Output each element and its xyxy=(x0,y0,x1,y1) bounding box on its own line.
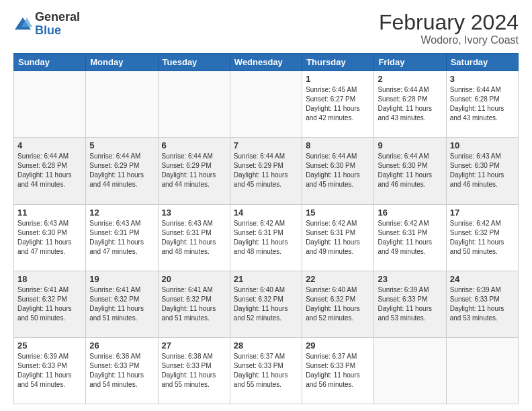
day-number: 15 xyxy=(306,208,370,218)
day-number: 21 xyxy=(234,274,298,284)
calendar-week-row: 4Sunrise: 6:44 AMSunset: 6:28 PMDaylight… xyxy=(14,138,519,204)
day-number: 6 xyxy=(162,140,226,150)
title-block: February 2024 Wodoro, Ivory Coast xyxy=(379,11,519,46)
calendar-cell: 23Sunrise: 6:39 AMSunset: 6:33 PMDayligh… xyxy=(374,271,446,337)
day-number: 9 xyxy=(378,140,442,150)
day-info: Sunrise: 6:41 AMSunset: 6:32 PMDaylight:… xyxy=(17,285,82,323)
day-info: Sunrise: 6:44 AMSunset: 6:29 PMDaylight:… xyxy=(89,152,154,189)
calendar-cell: 20Sunrise: 6:41 AMSunset: 6:32 PMDayligh… xyxy=(158,271,230,337)
day-number: 28 xyxy=(234,340,298,351)
calendar-cell: 27Sunrise: 6:38 AMSunset: 6:33 PMDayligh… xyxy=(158,337,230,404)
day-info: Sunrise: 6:40 AMSunset: 6:32 PMDaylight:… xyxy=(234,285,298,323)
day-header-thursday: Thursday xyxy=(302,54,374,71)
calendar-cell xyxy=(86,71,158,138)
calendar-cell: 3Sunrise: 6:44 AMSunset: 6:28 PMDaylight… xyxy=(446,71,518,138)
day-number: 1 xyxy=(306,74,370,84)
day-number: 17 xyxy=(450,208,515,218)
calendar-cell: 2Sunrise: 6:44 AMSunset: 6:28 PMDaylight… xyxy=(374,71,446,138)
day-info: Sunrise: 6:44 AMSunset: 6:29 PMDaylight:… xyxy=(162,152,226,189)
day-header-sunday: Sunday xyxy=(14,54,86,71)
day-info: Sunrise: 6:39 AMSunset: 6:33 PMDaylight:… xyxy=(378,285,442,323)
day-number: 11 xyxy=(17,208,82,218)
day-info: Sunrise: 6:42 AMSunset: 6:31 PMDaylight:… xyxy=(234,219,298,257)
day-header-saturday: Saturday xyxy=(446,54,518,71)
calendar-cell: 1Sunrise: 6:45 AMSunset: 6:27 PMDaylight… xyxy=(302,71,374,138)
calendar-cell xyxy=(14,71,86,138)
day-number: 8 xyxy=(306,140,370,150)
calendar-cell: 18Sunrise: 6:41 AMSunset: 6:32 PMDayligh… xyxy=(14,271,86,337)
calendar-cell: 24Sunrise: 6:39 AMSunset: 6:33 PMDayligh… xyxy=(446,271,518,337)
day-number: 16 xyxy=(378,208,442,218)
day-number: 25 xyxy=(17,340,82,351)
page: General Blue February 2024 Wodoro, Ivory… xyxy=(0,0,532,411)
day-info: Sunrise: 6:38 AMSunset: 6:33 PMDaylight:… xyxy=(89,352,154,390)
day-info: Sunrise: 6:45 AMSunset: 6:27 PMDaylight:… xyxy=(306,85,370,123)
day-info: Sunrise: 6:41 AMSunset: 6:32 PMDaylight:… xyxy=(89,285,154,323)
day-number: 18 xyxy=(17,274,82,284)
calendar-cell: 4Sunrise: 6:44 AMSunset: 6:28 PMDaylight… xyxy=(14,138,86,204)
logo-blue: Blue xyxy=(35,24,80,38)
day-number: 13 xyxy=(162,208,226,218)
day-number: 27 xyxy=(162,340,226,351)
calendar-cell: 21Sunrise: 6:40 AMSunset: 6:32 PMDayligh… xyxy=(230,271,302,337)
calendar-week-row: 25Sunrise: 6:39 AMSunset: 6:33 PMDayligh… xyxy=(14,337,519,404)
day-header-tuesday: Tuesday xyxy=(158,54,230,71)
day-info: Sunrise: 6:44 AMSunset: 6:30 PMDaylight:… xyxy=(378,152,442,189)
day-info: Sunrise: 6:44 AMSunset: 6:28 PMDaylight:… xyxy=(17,152,82,189)
day-info: Sunrise: 6:39 AMSunset: 6:33 PMDaylight:… xyxy=(450,285,515,323)
day-number: 7 xyxy=(234,140,298,150)
header: General Blue February 2024 Wodoro, Ivory… xyxy=(13,11,519,46)
calendar-cell: 5Sunrise: 6:44 AMSunset: 6:29 PMDaylight… xyxy=(86,138,158,204)
day-header-monday: Monday xyxy=(86,54,158,71)
day-number: 4 xyxy=(17,140,82,150)
calendar-week-row: 11Sunrise: 6:43 AMSunset: 6:30 PMDayligh… xyxy=(14,204,519,271)
day-number: 10 xyxy=(450,140,515,150)
day-number: 3 xyxy=(450,74,515,84)
day-info: Sunrise: 6:42 AMSunset: 6:32 PMDaylight:… xyxy=(450,219,515,257)
calendar-cell: 9Sunrise: 6:44 AMSunset: 6:30 PMDaylight… xyxy=(374,138,446,204)
day-header-wednesday: Wednesday xyxy=(230,54,302,71)
calendar-cell: 17Sunrise: 6:42 AMSunset: 6:32 PMDayligh… xyxy=(446,204,518,271)
calendar-cell: 6Sunrise: 6:44 AMSunset: 6:29 PMDaylight… xyxy=(158,138,230,204)
day-number: 12 xyxy=(89,208,154,218)
logo: General Blue xyxy=(13,11,80,38)
main-title: February 2024 xyxy=(379,11,519,34)
calendar-cell: 25Sunrise: 6:39 AMSunset: 6:33 PMDayligh… xyxy=(14,337,86,404)
day-header-friday: Friday xyxy=(374,54,446,71)
calendar-header-row: SundayMondayTuesdayWednesdayThursdayFrid… xyxy=(14,54,519,71)
calendar-cell: 7Sunrise: 6:44 AMSunset: 6:29 PMDaylight… xyxy=(230,138,302,204)
calendar-cell xyxy=(374,337,446,404)
day-info: Sunrise: 6:44 AMSunset: 6:28 PMDaylight:… xyxy=(378,85,442,123)
day-info: Sunrise: 6:44 AMSunset: 6:30 PMDaylight:… xyxy=(306,152,370,189)
calendar-cell: 14Sunrise: 6:42 AMSunset: 6:31 PMDayligh… xyxy=(230,204,302,271)
calendar-cell: 28Sunrise: 6:37 AMSunset: 6:33 PMDayligh… xyxy=(230,337,302,404)
calendar-cell: 10Sunrise: 6:43 AMSunset: 6:30 PMDayligh… xyxy=(446,138,518,204)
day-info: Sunrise: 6:40 AMSunset: 6:32 PMDaylight:… xyxy=(306,285,370,323)
logo-general: General xyxy=(35,11,80,24)
day-info: Sunrise: 6:39 AMSunset: 6:33 PMDaylight:… xyxy=(17,352,82,390)
calendar-table: SundayMondayTuesdayWednesdayThursdayFrid… xyxy=(13,53,519,404)
calendar-cell: 26Sunrise: 6:38 AMSunset: 6:33 PMDayligh… xyxy=(86,337,158,404)
day-number: 23 xyxy=(378,274,442,284)
calendar-cell: 12Sunrise: 6:43 AMSunset: 6:31 PMDayligh… xyxy=(86,204,158,271)
calendar-cell: 29Sunrise: 6:37 AMSunset: 6:33 PMDayligh… xyxy=(302,337,374,404)
calendar-cell: 13Sunrise: 6:43 AMSunset: 6:31 PMDayligh… xyxy=(158,204,230,271)
logo-icon xyxy=(13,15,32,34)
day-info: Sunrise: 6:42 AMSunset: 6:31 PMDaylight:… xyxy=(378,219,442,257)
calendar-cell: 16Sunrise: 6:42 AMSunset: 6:31 PMDayligh… xyxy=(374,204,446,271)
day-info: Sunrise: 6:37 AMSunset: 6:33 PMDaylight:… xyxy=(306,352,370,390)
day-info: Sunrise: 6:43 AMSunset: 6:31 PMDaylight:… xyxy=(162,219,226,257)
day-info: Sunrise: 6:44 AMSunset: 6:29 PMDaylight:… xyxy=(234,152,298,189)
day-number: 26 xyxy=(89,340,154,351)
calendar-cell xyxy=(230,71,302,138)
day-info: Sunrise: 6:43 AMSunset: 6:30 PMDaylight:… xyxy=(450,152,515,189)
calendar-cell xyxy=(158,71,230,138)
day-info: Sunrise: 6:41 AMSunset: 6:32 PMDaylight:… xyxy=(162,285,226,323)
calendar-cell xyxy=(446,337,518,404)
day-number: 29 xyxy=(306,340,370,351)
day-info: Sunrise: 6:42 AMSunset: 6:31 PMDaylight:… xyxy=(306,219,370,257)
subtitle: Wodoro, Ivory Coast xyxy=(379,34,519,46)
day-info: Sunrise: 6:43 AMSunset: 6:30 PMDaylight:… xyxy=(17,219,82,257)
day-info: Sunrise: 6:38 AMSunset: 6:33 PMDaylight:… xyxy=(162,352,226,390)
day-number: 2 xyxy=(378,74,442,84)
